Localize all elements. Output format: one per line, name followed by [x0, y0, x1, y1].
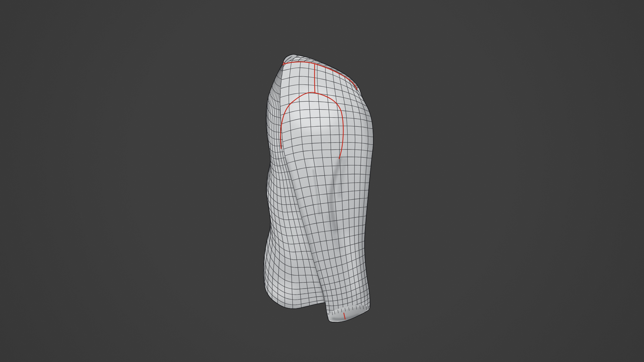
- viewport-3d: [0, 0, 644, 362]
- shoulder-vertical-seam: [315, 64, 315, 93]
- viewport-canvas[interactable]: [0, 0, 644, 362]
- garment-mesh: [262, 54, 373, 322]
